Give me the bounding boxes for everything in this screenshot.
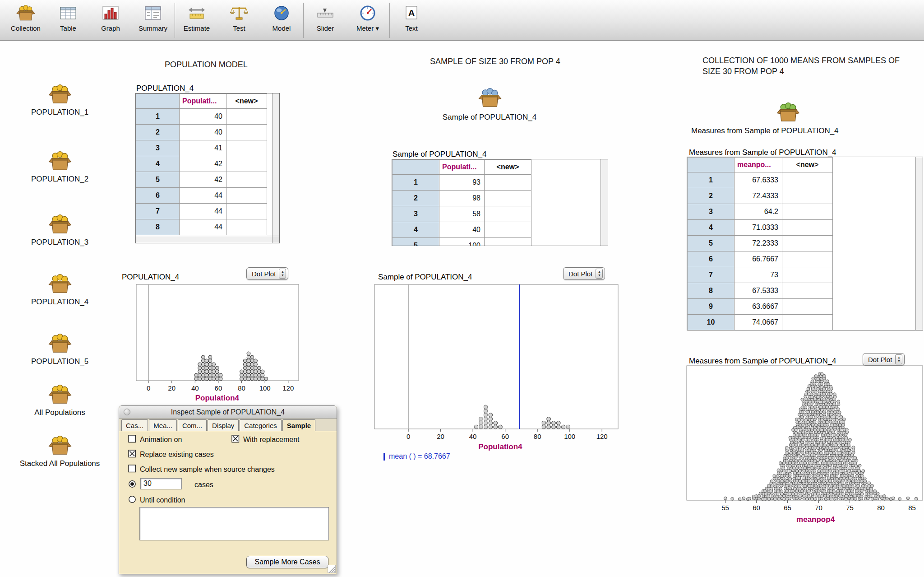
stepper-icon[interactable]: ▲▼ <box>279 269 286 279</box>
value-cell[interactable]: 40 <box>180 125 226 140</box>
table-row[interactable]: 298 <box>393 191 601 206</box>
collection-population-5[interactable]: POPULATION_5 <box>11 333 108 366</box>
dot-plot-svg[interactable]: 020406080100120Population4 <box>132 281 303 404</box>
table-row[interactable]: 644 <box>136 188 273 204</box>
case-table-population4[interactable]: Populati...<new>140240341442542644744844 <box>135 93 280 243</box>
row-index-cell[interactable]: 7 <box>688 267 735 283</box>
table-row[interactable]: 5100 <box>393 238 601 247</box>
value-cell[interactable]: 42 <box>180 156 226 172</box>
value-cell[interactable]: 74.0667 <box>735 315 782 330</box>
empty-cell[interactable] <box>782 251 833 267</box>
value-cell[interactable]: 40 <box>439 222 485 238</box>
close-icon[interactable] <box>124 409 130 415</box>
inspector-tab-sample[interactable]: Sample <box>282 419 315 431</box>
row-index-cell[interactable]: 4 <box>136 156 180 172</box>
plot-type-selector-sample[interactable]: Dot Plot ▲▼ <box>563 267 605 280</box>
dot-plot-measures[interactable]: 55606570758085meanpop4 <box>682 360 924 528</box>
value-cell[interactable]: 100 <box>439 238 485 247</box>
dot-plot-svg[interactable]: 55606570758085meanpop4 <box>682 360 924 528</box>
inspector-tab-com-[interactable]: Com... <box>178 419 207 431</box>
collection-stacked-all-populations[interactable]: Stacked All Populations <box>11 435 108 468</box>
table-row[interactable]: 844 <box>136 219 273 235</box>
table-row[interactable]: 572.2333 <box>688 236 916 251</box>
row-index-cell[interactable]: 7 <box>136 204 180 219</box>
value-cell[interactable]: 44 <box>180 204 226 219</box>
collection-population-1[interactable]: POPULATION_1 <box>11 84 108 117</box>
row-index-cell[interactable]: 4 <box>393 222 439 238</box>
sample-more-cases-button[interactable]: Sample More Cases <box>246 556 328 568</box>
table-row[interactable]: 471.0333 <box>688 220 916 236</box>
row-index-header[interactable] <box>688 158 735 172</box>
vertical-scrollbar[interactable] <box>915 157 923 330</box>
row-index-cell[interactable]: 5 <box>393 238 439 247</box>
toolbar-item-slider[interactable]: Slider <box>304 2 346 32</box>
empty-cell[interactable] <box>485 238 531 247</box>
column-header-attribute[interactable]: Populati... <box>439 160 485 175</box>
value-cell[interactable]: 71.0333 <box>735 220 782 236</box>
checkbox-with-replacement[interactable] <box>231 435 240 445</box>
row-index-cell[interactable]: 1 <box>393 175 439 191</box>
column-header-attribute[interactable]: meanpo... <box>735 158 782 172</box>
inspector-tab-display[interactable]: Display <box>208 419 239 431</box>
empty-cell[interactable] <box>485 206 531 222</box>
empty-cell[interactable] <box>782 172 833 188</box>
value-cell[interactable]: 67.6333 <box>735 172 782 188</box>
value-cell[interactable]: 44 <box>180 188 226 204</box>
dot-plot-population[interactable]: 020406080100120Population4 <box>132 281 303 404</box>
row-index-cell[interactable]: 2 <box>688 188 735 204</box>
table-row[interactable]: 666.7667 <box>688 251 916 267</box>
row-index-cell[interactable]: 5 <box>136 172 180 188</box>
empty-cell[interactable] <box>226 219 267 235</box>
radio-case-count[interactable] <box>128 480 136 490</box>
plot-type-selector-population[interactable]: Dot Plot ▲▼ <box>246 267 288 280</box>
value-cell[interactable]: 72.2333 <box>735 236 782 251</box>
column-header-new[interactable]: <new> <box>485 160 531 175</box>
empty-cell[interactable] <box>226 188 267 204</box>
row-index-cell[interactable]: 4 <box>688 220 735 236</box>
table-row[interactable]: 867.5333 <box>688 283 916 299</box>
row-index-cell[interactable]: 6 <box>688 251 735 267</box>
vertical-scrollbar[interactable] <box>601 159 608 246</box>
row-index-cell[interactable]: 1 <box>136 109 180 125</box>
row-index-cell[interactable]: 5 <box>688 236 735 251</box>
row-index-cell[interactable]: 2 <box>136 125 180 140</box>
toolbar-item-model[interactable]: Model <box>260 2 303 32</box>
row-index-cell[interactable]: 6 <box>136 188 180 204</box>
value-cell[interactable]: 41 <box>180 140 226 156</box>
row-index-cell[interactable]: 3 <box>688 204 735 220</box>
row-index-cell[interactable]: 8 <box>136 219 180 235</box>
checkbox-replace-existing-cases[interactable] <box>128 450 136 460</box>
collection-all-populations[interactable]: All Populations <box>11 384 108 417</box>
table-row[interactable]: 341 <box>136 140 273 156</box>
empty-cell[interactable] <box>226 172 267 188</box>
table-row[interactable]: 167.6333 <box>688 172 916 188</box>
table-row[interactable]: 963.6667 <box>688 299 916 315</box>
empty-cell[interactable] <box>226 156 267 172</box>
table-row[interactable]: 1074.0667 <box>688 315 916 330</box>
resize-handle[interactable] <box>328 565 336 573</box>
column-header-new[interactable]: <new> <box>226 94 267 109</box>
empty-cell[interactable] <box>782 299 833 315</box>
empty-cell[interactable] <box>782 188 833 204</box>
condition-input[interactable] <box>139 507 329 540</box>
toolbar-item-test[interactable]: Test <box>218 2 260 32</box>
table-row[interactable]: 744 <box>136 204 273 219</box>
row-index-cell[interactable]: 8 <box>688 283 735 299</box>
inspector-tab-mea-[interactable]: Mea... <box>149 419 177 431</box>
value-cell[interactable]: 40 <box>180 109 226 125</box>
radio-until-condition[interactable] <box>128 495 136 505</box>
row-index-cell[interactable]: 9 <box>688 299 735 315</box>
case-count-input[interactable]: 30 <box>140 478 182 489</box>
value-cell[interactable]: 42 <box>180 172 226 188</box>
empty-cell[interactable] <box>782 204 833 220</box>
empty-cell[interactable] <box>782 267 833 283</box>
row-index-header[interactable] <box>393 160 439 175</box>
empty-cell[interactable] <box>782 283 833 299</box>
toolbar-item-meter[interactable]: Meter ▾ <box>346 2 389 33</box>
empty-cell[interactable] <box>485 175 531 191</box>
row-index-cell[interactable]: 3 <box>136 140 180 156</box>
sample-mean-measure[interactable]: mean ( ) = 68.7667 <box>383 452 450 461</box>
vertical-scrollbar[interactable] <box>272 93 279 236</box>
value-cell[interactable]: 58 <box>439 206 485 222</box>
empty-cell[interactable] <box>226 204 267 219</box>
